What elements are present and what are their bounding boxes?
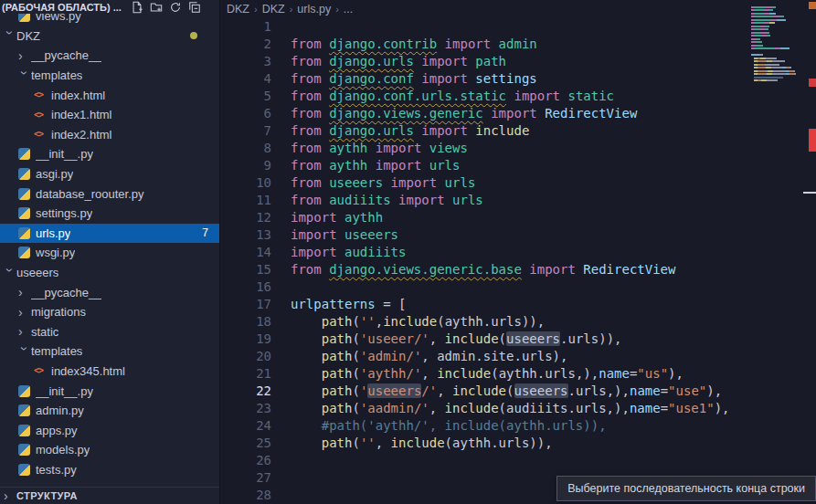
python-file-icon bbox=[18, 464, 30, 476]
code-line[interactable]: from aythh import urls bbox=[291, 157, 816, 174]
minimap-line bbox=[751, 54, 808, 56]
outline-section-header[interactable]: › СТРУКТУРА bbox=[0, 487, 219, 504]
code-line[interactable]: from django.views.generic import Redirec… bbox=[291, 105, 816, 122]
tree-item-tests.py[interactable]: tests.py bbox=[0, 460, 219, 480]
code-line[interactable]: from aythh import views bbox=[291, 140, 816, 157]
editor-pane: DKZ›DKZ›urls.py›... 12345678910111213141… bbox=[219, 0, 816, 504]
code-line[interactable]: import useeers bbox=[291, 226, 816, 244]
breadcrumb[interactable]: DKZ›DKZ›urls.py›... bbox=[220, 0, 816, 18]
collapse-all-icon[interactable] bbox=[188, 1, 202, 15]
refresh-icon[interactable] bbox=[169, 1, 183, 15]
code-line[interactable]: from useeers import urls bbox=[291, 174, 816, 192]
code-line[interactable] bbox=[291, 278, 816, 296]
minimap-line bbox=[751, 38, 808, 40]
folder-chevron-icon: › bbox=[18, 346, 31, 359]
line-number: 17 bbox=[220, 296, 271, 313]
tree-item-models.py[interactable]: models.py bbox=[0, 440, 219, 460]
code-line[interactable]: import aythh bbox=[291, 209, 816, 226]
tree-item-__pycache__[interactable]: ›__pycache__ bbox=[0, 282, 219, 302]
tree-item-label: templates bbox=[31, 68, 82, 82]
new-folder-icon[interactable] bbox=[150, 1, 164, 15]
line-number: 27 bbox=[220, 469, 271, 487]
code-line[interactable]: import audiiits bbox=[291, 244, 816, 261]
tree-item-asgi.py[interactable]: asgi.py bbox=[0, 164, 219, 184]
breadcrumb-item[interactable]: urls.py bbox=[297, 3, 331, 16]
code-line[interactable]: path('useeers/', include(useeers.urls,),… bbox=[291, 383, 816, 400]
code-line[interactable]: from django.contrib import admin bbox=[291, 36, 816, 53]
code-line[interactable]: path('aadmin/', include(audiiits.urls,),… bbox=[291, 400, 816, 417]
folder-chevron-icon: › bbox=[4, 268, 16, 280]
html-file-icon: <> bbox=[34, 130, 48, 139]
workspace-title: (РАБОЧАЯ ОБЛАСТЬ) ... bbox=[2, 2, 122, 13]
overview-ruler bbox=[809, 0, 816, 504]
code-line[interactable]: path('', include(aythh.urls)), bbox=[291, 435, 816, 452]
python-file-icon bbox=[18, 385, 30, 397]
new-file-icon[interactable] bbox=[131, 1, 144, 15]
minimap-line bbox=[751, 9, 808, 11]
tree-item-apps.py[interactable]: apps.py bbox=[0, 420, 219, 440]
tree-item-__init__.py[interactable]: __init__.py bbox=[0, 381, 219, 401]
tree-item-index345.html[interactable]: <>index345.html bbox=[0, 362, 219, 382]
gutter: 1234567891011121314151617181920212223242… bbox=[220, 18, 291, 504]
tree-item-index2.html[interactable]: <>index2.html bbox=[0, 125, 219, 145]
tree-item-urls.py[interactable]: urls.py7 bbox=[0, 224, 219, 244]
line-number: 9 bbox=[220, 157, 271, 174]
tree-item-index1.html[interactable]: <>index1.html bbox=[0, 105, 219, 125]
html-file-icon: <> bbox=[34, 90, 48, 100]
tree-item-useeers[interactable]: ›useeers bbox=[0, 263, 219, 283]
breadcrumb-item[interactable]: DKZ bbox=[227, 3, 249, 16]
code-line[interactable]: from django.urls import path bbox=[291, 53, 816, 70]
python-file-icon bbox=[18, 188, 30, 200]
tree-item-index.html[interactable]: <>index.html bbox=[0, 85, 219, 105]
python-file-icon bbox=[18, 148, 30, 160]
code-line[interactable] bbox=[291, 18, 816, 36]
tree-item-database_roouter.py[interactable]: database_roouter.py bbox=[0, 184, 219, 204]
tree-item-migrations[interactable]: ›migrations bbox=[0, 302, 219, 322]
code-line[interactable]: from django.conf import settings bbox=[291, 70, 816, 88]
ruler-warning-marker bbox=[809, 2, 816, 9]
code-line[interactable]: path('',include(aythh.urls)), bbox=[291, 313, 816, 331]
code-region[interactable]: 1234567891011121314151617181920212223242… bbox=[220, 18, 816, 504]
minimap-line bbox=[751, 45, 808, 47]
line-number: 13 bbox=[220, 226, 271, 244]
tree-item-DKZ[interactable]: ›DKZ bbox=[0, 26, 219, 47]
tree-item-wsgi.py[interactable]: wsgi.py bbox=[0, 243, 219, 263]
line-number: 1 bbox=[220, 18, 271, 36]
minimap[interactable] bbox=[751, 3, 808, 92]
code-area[interactable]: from django.contrib import adminfrom dja… bbox=[291, 18, 816, 504]
line-number: 4 bbox=[220, 70, 271, 88]
tree-item-__pycache__[interactable]: ›__pycache__ bbox=[0, 46, 219, 66]
tree-item-settings.py[interactable]: settings.py bbox=[0, 204, 219, 224]
folder-chevron-icon: › bbox=[18, 70, 31, 83]
code-line[interactable]: from django.urls import include bbox=[291, 122, 816, 140]
tree-item-label: __pycache__ bbox=[31, 48, 101, 62]
tree-item-label: DKZ bbox=[16, 29, 40, 43]
folder-chevron-icon: › bbox=[4, 31, 16, 44]
tree-item-admin.py[interactable]: admin.py bbox=[0, 401, 219, 421]
ruler-cursor-marker bbox=[803, 192, 816, 194]
minimap-line bbox=[751, 16, 808, 17]
tree-item-__init__.py[interactable]: __init__.py bbox=[0, 144, 219, 164]
code-line[interactable]: from audiiits import urls bbox=[291, 192, 816, 209]
minimap-line bbox=[751, 73, 808, 75]
breadcrumb-item[interactable]: ... bbox=[344, 3, 353, 16]
minimap-line bbox=[751, 26, 808, 27]
tree-item-views.py[interactable]: views.py bbox=[0, 13, 219, 26]
item-badge: 7 bbox=[202, 226, 208, 239]
minimap-line bbox=[751, 51, 808, 53]
minimap-line bbox=[751, 19, 808, 21]
code-line[interactable]: from django.conf.urls.static import stat… bbox=[291, 88, 816, 105]
code-line[interactable] bbox=[291, 452, 816, 469]
code-line[interactable]: path('useeer/', include(useeers.urls)), bbox=[291, 331, 816, 348]
code-line[interactable]: urlpatterns = [ bbox=[291, 296, 816, 313]
code-line[interactable]: #path('aythh/', include(aythh.urls)), bbox=[291, 417, 816, 435]
outline-label: СТРУКТУРА bbox=[16, 490, 78, 501]
tree-item-templates[interactable]: ›templates bbox=[0, 66, 219, 86]
tree-item-templates[interactable]: ›templates bbox=[0, 341, 219, 362]
tree-item-label: tests.py bbox=[36, 463, 77, 477]
code-line[interactable]: path('admin/', admin.site.urls), bbox=[291, 348, 816, 365]
tree-item-static[interactable]: ›static bbox=[0, 322, 219, 342]
code-line[interactable]: path('aythh/', include(aythh.urls,),name… bbox=[291, 365, 816, 383]
code-line[interactable]: from django.views.generic.base import Re… bbox=[291, 261, 816, 278]
breadcrumb-item[interactable]: DKZ bbox=[262, 3, 285, 16]
